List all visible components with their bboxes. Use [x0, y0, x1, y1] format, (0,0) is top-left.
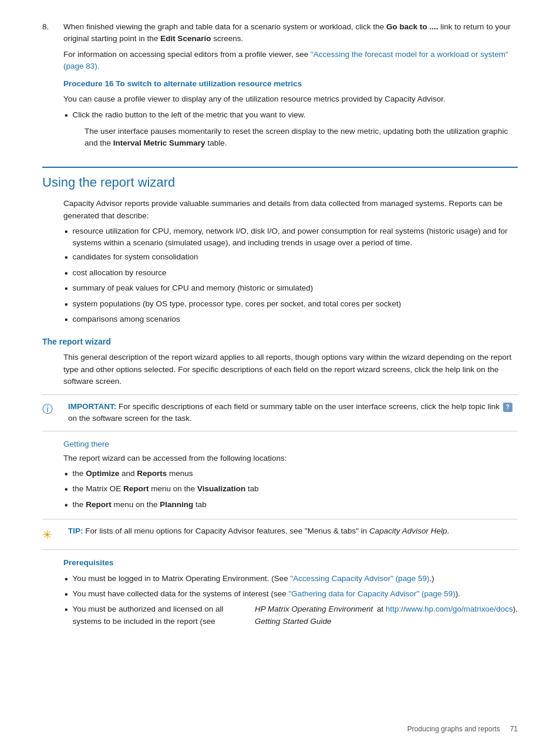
bullet-system-populations: system populations (by OS type, processo…: [63, 298, 518, 311]
important-text: For specific descriptions of each field …: [119, 402, 500, 411]
procedure-16-bullets: Click the radio button to the left of th…: [63, 109, 518, 122]
prereq-1-link[interactable]: "Accessing Capacity Advisor" (page 59): [291, 573, 430, 585]
result-bold: Interval Metric Summary: [113, 139, 205, 147]
getting-there-bullet-1: the Optimize and Reports menus: [63, 468, 518, 481]
step-content: When finished viewing the graph and tabl…: [63, 21, 518, 153]
prereq-3-mid: at: [377, 603, 383, 615]
getting-there-intro: The report wizard can be accessed from t…: [63, 453, 518, 464]
bullet-candidates: candidates for system consolidation: [63, 251, 518, 264]
footer: Producing graphs and reports 71: [407, 724, 518, 734]
prerequisites-list: You must be logged in to Matrix Operatin…: [63, 573, 518, 627]
using-report-wizard-heading: Using the report wizard: [42, 167, 518, 192]
important-label: IMPORTANT:: [68, 402, 116, 411]
bullet-comparisons: comparisons among scenarios: [63, 313, 518, 326]
prerequisites-heading: Prerequisites: [63, 557, 518, 569]
step-8-end: screens.: [213, 34, 243, 43]
procedure-16-bullet-1: Click the radio button to the left of th…: [63, 109, 518, 122]
step-8: 8. When finished viewing the graph and t…: [42, 21, 518, 153]
prereq-item-3: You must be authorized and licensed on a…: [63, 603, 518, 627]
important-note: ⓘ IMPORTANT: For specific descriptions o…: [42, 394, 518, 431]
procedure-16-result: The user interface pauses momentarily to…: [85, 126, 518, 150]
prereq-2-after: ).: [456, 588, 460, 600]
report-wizard-para: This general description of the report w…: [63, 352, 518, 387]
prereq-item-1: You must be logged in to Matrix Operatin…: [63, 573, 518, 586]
footer-page: 71: [510, 725, 518, 733]
getting-there-bullet-2: the Matrix OE Report menu on the Visuali…: [63, 483, 518, 496]
getting-there-section: Getting there The report wizard can be a…: [63, 438, 518, 512]
report-wizard-subheading: The report wizard: [42, 336, 518, 348]
tip-italic: Capacity Advisor Help: [369, 526, 447, 535]
accessing-info: For information on accessing special edi…: [63, 49, 518, 73]
important-text2: on the software screen for the task.: [68, 414, 192, 423]
getting-there-heading: Getting there: [63, 438, 518, 450]
tip-note: ✳ TIP: For lists of all menu options for…: [42, 519, 518, 550]
using-report-wizard-body: Capacity Advisor reports provide valuabl…: [63, 198, 518, 326]
step-8-bold2: Edit Scenario: [160, 34, 211, 43]
prerequisites-section: Prerequisites You must be logged in to M…: [63, 557, 518, 627]
gt-b3-bold2: Planning: [160, 499, 193, 511]
tip-period: .: [447, 526, 449, 535]
gt-b2-mid: menu on the: [151, 483, 195, 495]
accessing-before: For information on accessing special edi…: [63, 50, 308, 59]
bullet-cost-allocation: cost allocation by resource: [63, 267, 518, 280]
gt-b3-bold1: Report: [86, 499, 112, 511]
prereq-3-before: You must be authorized and licensed on a…: [73, 603, 253, 627]
getting-there-bullet-3: the Report menu on the Planning tab: [63, 499, 518, 512]
gt-b3-mid: menu on the: [113, 499, 157, 511]
step-8-bold1: Go back to ....: [386, 22, 438, 31]
prereq-2-before: You must have collected data for the sys…: [73, 588, 286, 600]
prereq-item-2: You must have collected data for the sys…: [63, 588, 518, 601]
using-report-wizard-intro: Capacity Advisor reports provide valuabl…: [63, 198, 518, 222]
important-content: IMPORTANT: For specific descriptions of …: [68, 401, 518, 425]
using-report-wizard-bullets: resource utilization for CPU, memory, ne…: [63, 225, 518, 326]
bullet-peak-values: summary of peak values for CPU and memor…: [63, 282, 518, 295]
gt-b1-before: the: [73, 468, 84, 480]
prereq-3-italic: HP Matrix Operating Environment Getting …: [255, 603, 375, 627]
step-8-text: When finished viewing the graph and tabl…: [63, 21, 518, 45]
gt-b3-after: tab: [195, 499, 207, 511]
gt-b2-after: tab: [248, 483, 259, 495]
gt-b2-before: the Matrix OE: [73, 483, 122, 495]
procedure-16-heading: Procedure 16 To switch to alternate util…: [63, 78, 518, 90]
prereq-3-link[interactable]: http://www.hp.com/go/matrixoe/docs: [386, 603, 513, 615]
procedure-16-intro: You can cause a profile viewer to displa…: [63, 93, 518, 105]
result-end: table.: [207, 139, 227, 147]
gt-b1-after: menus: [169, 468, 193, 480]
bullet-resource-utilization: resource utilization for CPU, memory, ne…: [63, 225, 518, 249]
tip-label: TIP:: [68, 526, 83, 535]
gt-b1-mid: and: [122, 468, 135, 480]
report-wizard-sub-body: This general description of the report w…: [63, 352, 518, 387]
page: 8. When finished viewing the graph and t…: [0, 0, 560, 746]
prereq-3-after: ).: [513, 603, 518, 615]
getting-there-bullets: the Optimize and Reports menus the Matri…: [63, 468, 518, 512]
tip-content: TIP: For lists of all menu options for C…: [68, 525, 518, 537]
step-number: 8.: [42, 21, 63, 153]
step-8-before: When finished viewing the graph and tabl…: [63, 22, 384, 31]
tip-icon: ✳: [42, 525, 68, 544]
prereq-1-before: You must be logged in to Matrix Operatin…: [73, 573, 288, 585]
footer-text: Producing graphs and reports: [407, 725, 500, 733]
gt-b2-bold1: Report: [123, 483, 149, 495]
gt-b1-bold1: Optimize: [86, 468, 119, 480]
important-icon: ⓘ: [42, 401, 68, 417]
gt-b3-before: the: [73, 499, 84, 511]
tip-text: For lists of all menu options for Capaci…: [85, 526, 367, 535]
help-badge: ?: [503, 403, 512, 412]
gt-b1-bold2: Reports: [137, 468, 167, 480]
prereq-2-link[interactable]: "Gathering data for Capacity Advisor" (p…: [289, 588, 456, 600]
prereq-1-after: .): [430, 573, 434, 585]
gt-b2-bold2: Visualization: [197, 483, 245, 495]
